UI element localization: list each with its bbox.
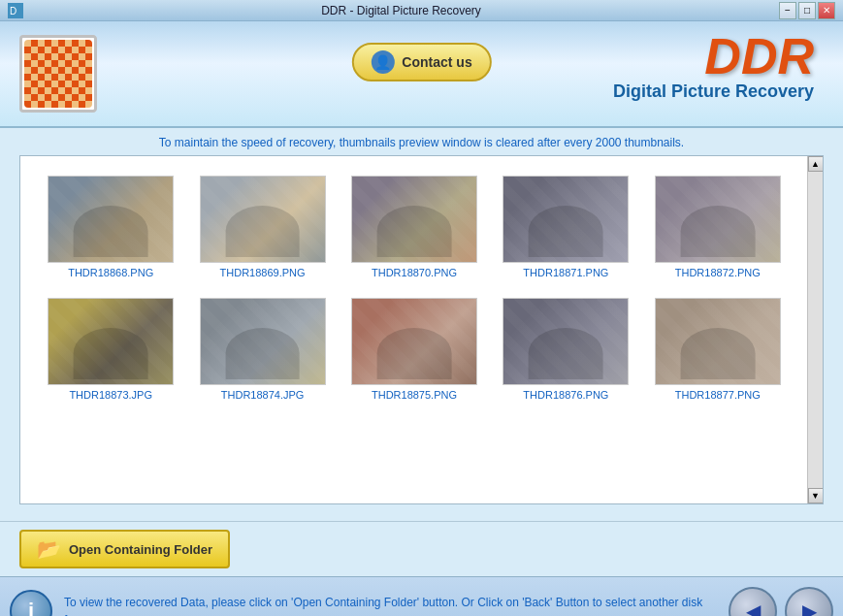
scroll-track[interactable] xyxy=(808,172,823,488)
thumbnail-image xyxy=(503,176,629,263)
thumbnail-item[interactable]: THDR18872.PNG xyxy=(652,176,784,278)
main-area: To maintain the speed of recovery, thumb… xyxy=(0,128,843,521)
contact-button[interactable]: 👤 Contact us xyxy=(351,43,491,81)
photo-shape xyxy=(680,206,755,257)
thumbnail-item[interactable]: THDR18876.PNG xyxy=(500,298,632,401)
navigation-buttons: ◀ ▶ xyxy=(729,587,833,617)
thumbnail-item[interactable]: THDR18877.PNG xyxy=(652,298,784,401)
thumbnail-image xyxy=(48,298,174,385)
thumbnail-image xyxy=(351,298,477,385)
app-icon: D xyxy=(8,3,23,18)
brand-subtitle: Digital Picture Recovery xyxy=(613,81,814,102)
thumbnail-image xyxy=(200,298,326,385)
thumbnail-item[interactable]: THDR18868.PNG xyxy=(45,176,177,278)
contact-icon: 👤 xyxy=(371,50,394,74)
thumbnail-label: THDR18869.PNG xyxy=(220,267,306,278)
thumbnail-label: THDR18875.PNG xyxy=(372,389,457,401)
minimize-button[interactable]: − xyxy=(779,2,796,19)
brand-area: DDR Digital Picture Recovery xyxy=(613,31,814,102)
thumbnail-label: THDR18874.JPG xyxy=(221,389,305,401)
svg-text:D: D xyxy=(10,6,16,16)
photo-shape xyxy=(74,328,148,379)
title-bar: D DDR - Digital Picture Recovery − □ ✕ xyxy=(0,0,843,21)
info-text-plain: To maintain the speed of recovery, xyxy=(159,136,340,149)
thumbnail-label: THDR18872.PNG xyxy=(675,267,761,278)
forward-button[interactable]: ▶ xyxy=(785,587,833,617)
scroll-down-arrow[interactable]: ▼ xyxy=(808,488,824,503)
open-folder-label: Open Containing Folder xyxy=(69,542,212,557)
header: 👤 Contact us DDR Digital Picture Recover… xyxy=(0,21,843,128)
thumbnail-label: THDR18876.PNG xyxy=(523,389,608,401)
status-text-highlight: recovery. xyxy=(81,613,127,617)
thumbnail-item[interactable]: THDR18870.PNG xyxy=(348,176,480,278)
photo-shape xyxy=(377,328,452,379)
thumbnail-label: THDR18871.PNG xyxy=(523,267,608,278)
thumbnail-grid: THDR18868.PNGTHDR18869.PNGTHDR18870.PNGT… xyxy=(20,156,823,420)
thumbnail-container: THDR18868.PNGTHDR18869.PNGTHDR18870.PNGT… xyxy=(19,155,824,504)
info-text-highlight: thumbnails preview window is cleared aft… xyxy=(340,136,685,149)
thumbnail-image xyxy=(351,176,477,263)
thumbnail-image xyxy=(655,176,781,263)
photo-shape xyxy=(529,328,603,379)
logo-icon xyxy=(24,40,92,108)
info-icon: i xyxy=(10,590,52,617)
status-text: To view the recovered Data, please click… xyxy=(64,594,717,617)
logo-box xyxy=(19,35,97,113)
contact-button-label: Contact us xyxy=(402,54,471,70)
thumbnail-label: THDR18873.JPG xyxy=(69,389,152,401)
thumbnail-image xyxy=(503,298,629,385)
bottom-button-area: 📂 Open Containing Folder xyxy=(0,521,843,576)
thumbnail-item[interactable]: THDR18873.JPG xyxy=(45,298,177,401)
close-button[interactable]: ✕ xyxy=(818,2,835,19)
photo-shape xyxy=(377,206,452,257)
maximize-button[interactable]: □ xyxy=(798,2,816,19)
photo-shape xyxy=(225,206,300,257)
thumbnail-label: THDR18868.PNG xyxy=(68,267,153,278)
status-bar: i To view the recovered Data, please cli… xyxy=(0,576,843,616)
title-bar-text: DDR - Digital Picture Recovery xyxy=(23,4,779,17)
photo-shape xyxy=(680,328,755,379)
thumbnail-image xyxy=(655,298,781,385)
brand-title: DDR xyxy=(613,31,814,81)
thumbnail-item[interactable]: THDR18871.PNG xyxy=(500,176,632,278)
thumbnail-item[interactable]: THDR18874.JPG xyxy=(196,298,328,401)
photo-shape xyxy=(74,206,148,257)
thumbnail-item[interactable]: THDR18875.PNG xyxy=(348,298,480,401)
scrollbar[interactable]: ▲ ▼ xyxy=(807,156,823,503)
back-button[interactable]: ◀ xyxy=(729,587,777,617)
open-folder-button[interactable]: 📂 Open Containing Folder xyxy=(19,530,230,568)
photo-shape xyxy=(225,328,300,379)
thumbnail-image xyxy=(200,176,326,263)
photo-shape xyxy=(529,206,603,257)
window-controls: − □ ✕ xyxy=(779,2,835,19)
thumbnail-item[interactable]: THDR18869.PNG xyxy=(196,176,328,278)
info-text: To maintain the speed of recovery, thumb… xyxy=(19,136,824,149)
thumbnail-label: THDR18877.PNG xyxy=(675,389,761,401)
thumbnail-label: THDR18870.PNG xyxy=(372,267,457,278)
folder-icon: 📂 xyxy=(37,537,61,561)
scroll-up-arrow[interactable]: ▲ xyxy=(808,156,824,172)
status-text-plain: To view the recovered Data, please click… xyxy=(64,596,702,617)
thumbnail-image xyxy=(48,176,174,263)
